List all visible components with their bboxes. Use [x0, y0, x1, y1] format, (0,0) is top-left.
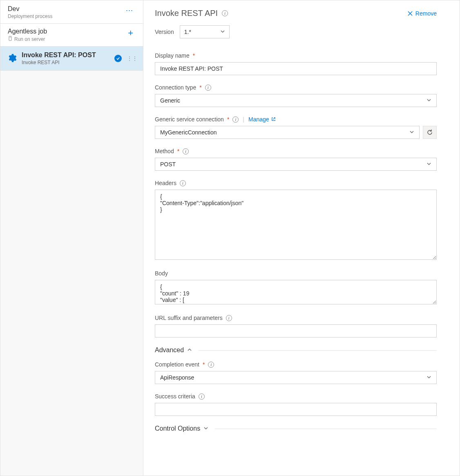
- required-marker: *: [199, 84, 201, 91]
- connection-type-label: Connection type * i: [155, 84, 437, 91]
- body-label: Body: [155, 270, 437, 277]
- field-connection-type: Connection type * i Generic: [155, 84, 437, 107]
- method-select[interactable]: POST: [155, 158, 437, 171]
- chevron-down-icon: [427, 97, 431, 104]
- stage-text: Dev Deployment process: [8, 5, 52, 19]
- completion-event-value: ApiResponse: [160, 374, 194, 381]
- check-badge-icon: [114, 55, 122, 62]
- service-connection-value: MyGenericConnection: [160, 129, 217, 136]
- version-label: Version: [155, 29, 174, 35]
- headers-textarea[interactable]: [155, 190, 437, 260]
- chevron-up-icon: [187, 347, 192, 353]
- display-name-label: Display name *: [155, 52, 437, 59]
- field-method: Method * i POST: [155, 148, 437, 171]
- divider: [199, 350, 437, 351]
- stage-subtitle: Deployment process: [8, 13, 52, 19]
- main-panel: Invoke REST API i Remove Version 1.*: [143, 0, 460, 476]
- version-select[interactable]: 1.*: [180, 25, 230, 38]
- url-suffix-label: URL suffix and parameters i: [155, 315, 437, 321]
- page-title-text: Invoke REST API: [155, 9, 218, 18]
- job-title: Agentless job: [8, 28, 47, 35]
- job-subtitle: Run on server: [8, 36, 47, 42]
- stage-title: Dev: [8, 5, 52, 13]
- required-marker: *: [193, 52, 195, 59]
- required-marker: *: [203, 361, 205, 368]
- info-icon[interactable]: i: [208, 362, 214, 368]
- svg-rect-0: [9, 36, 11, 41]
- server-icon: [8, 36, 13, 42]
- required-marker: *: [227, 116, 229, 123]
- completion-event-select[interactable]: ApiResponse: [155, 371, 437, 384]
- field-display-name: Display name *: [155, 52, 437, 75]
- body-textarea[interactable]: [155, 280, 437, 304]
- divider: [215, 429, 437, 429]
- required-marker: *: [177, 148, 179, 154]
- sidebar: Dev Deployment process ··· Agentless job…: [0, 0, 143, 476]
- field-service-connection: Generic service connection * i | Manage …: [155, 116, 437, 139]
- chevron-down-icon: [427, 374, 431, 381]
- more-button[interactable]: ···: [123, 5, 136, 16]
- field-headers: Headers i: [155, 180, 437, 261]
- close-icon: [407, 11, 413, 16]
- chevron-down-icon: [220, 29, 225, 35]
- remove-button[interactable]: Remove: [407, 10, 437, 17]
- task-subtitle: Invoke REST API: [22, 60, 109, 65]
- field-url-suffix: URL suffix and parameters i: [155, 315, 437, 337]
- success-criteria-input[interactable]: [155, 403, 437, 416]
- task-title: Invoke REST API: POST: [22, 51, 109, 59]
- section-control-options-toggle[interactable]: Control Options: [155, 425, 437, 432]
- gear-icon: [7, 53, 17, 64]
- service-connection-select[interactable]: MyGenericConnection: [155, 126, 420, 139]
- completion-event-label: Completion event * i: [155, 361, 437, 368]
- chevron-down-icon: [203, 425, 208, 432]
- job-text: Agentless job Run on server: [8, 28, 47, 42]
- method-value: POST: [160, 161, 176, 168]
- service-connection-label: Generic service connection * i | Manage: [155, 116, 437, 123]
- info-icon[interactable]: i: [180, 180, 186, 186]
- url-suffix-input[interactable]: [155, 324, 437, 337]
- service-connection-row: MyGenericConnection: [155, 126, 437, 139]
- job-row[interactable]: Agentless job Run on server +: [0, 24, 143, 47]
- separator: |: [243, 116, 244, 123]
- section-control-options-title: Control Options: [155, 425, 200, 432]
- external-link-icon: [271, 116, 276, 123]
- task-text: Invoke REST API: POST Invoke REST API: [22, 51, 109, 65]
- page-title: Invoke REST API i: [155, 9, 228, 18]
- info-icon[interactable]: i: [205, 85, 211, 91]
- section-advanced-toggle[interactable]: Advanced: [155, 346, 437, 354]
- section-advanced-title: Advanced: [155, 346, 184, 354]
- info-icon[interactable]: i: [222, 10, 228, 16]
- stage-header[interactable]: Dev Deployment process ···: [0, 0, 143, 24]
- remove-label: Remove: [415, 10, 437, 17]
- success-criteria-label: Success criteria i: [155, 393, 437, 400]
- version-row: Version 1.*: [155, 25, 437, 38]
- drag-handle-icon[interactable]: ⋮⋮: [127, 55, 137, 62]
- field-success-criteria: Success criteria i: [155, 393, 437, 416]
- refresh-icon: [427, 129, 433, 136]
- connection-type-select[interactable]: Generic: [155, 94, 437, 107]
- field-completion-event: Completion event * i ApiResponse: [155, 361, 437, 384]
- job-subtitle-text: Run on server: [14, 36, 45, 42]
- refresh-button[interactable]: [423, 126, 437, 139]
- headers-label: Headers i: [155, 180, 437, 186]
- chevron-down-icon: [409, 129, 414, 136]
- display-name-input[interactable]: [155, 62, 437, 75]
- add-task-button[interactable]: +: [125, 28, 136, 38]
- info-icon[interactable]: i: [226, 315, 232, 321]
- main-header: Invoke REST API i Remove: [155, 9, 437, 18]
- info-icon[interactable]: i: [183, 148, 189, 154]
- version-value: 1.*: [184, 29, 191, 35]
- field-body: Body: [155, 270, 437, 306]
- app-root: Dev Deployment process ··· Agentless job…: [0, 0, 460, 476]
- connection-type-value: Generic: [160, 97, 180, 104]
- info-icon[interactable]: i: [199, 393, 205, 400]
- info-icon[interactable]: i: [232, 116, 239, 123]
- method-label: Method * i: [155, 148, 437, 154]
- chevron-down-icon: [427, 161, 431, 168]
- task-row-selected[interactable]: Invoke REST API: POST Invoke REST API ⋮⋮: [0, 47, 143, 71]
- svg-line-4: [273, 118, 275, 120]
- manage-link[interactable]: Manage: [248, 116, 276, 123]
